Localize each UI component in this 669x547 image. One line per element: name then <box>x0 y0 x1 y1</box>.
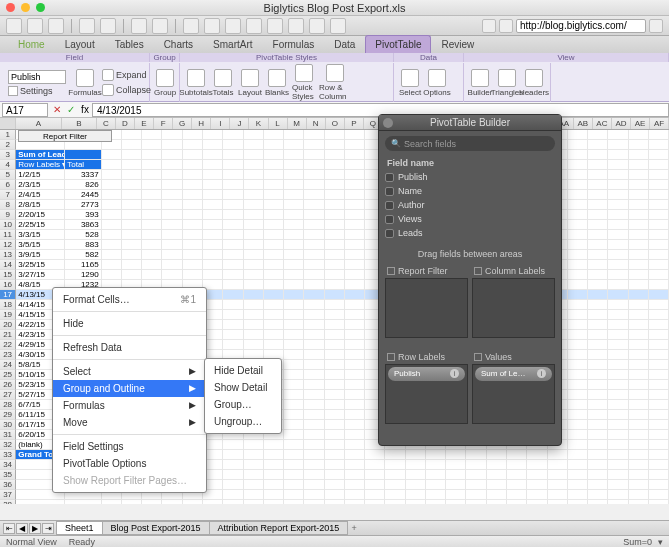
sheet-nav-prev[interactable]: ◀ <box>16 523 28 534</box>
grid-row[interactable]: 72/4/152445 <box>0 190 669 200</box>
checkbox-icon[interactable] <box>385 173 394 182</box>
col-header[interactable]: K <box>249 118 268 129</box>
ptbuilder-header[interactable]: PivotTable Builder <box>379 115 561 131</box>
grid-row[interactable]: 3Sum of Leads <box>0 150 669 160</box>
ctx-hide[interactable]: Hide <box>53 315 206 332</box>
grid-row[interactable]: 82/8/152773 <box>0 200 669 210</box>
col-header[interactable]: L <box>269 118 288 129</box>
go-icon[interactable] <box>649 19 663 33</box>
area-values[interactable]: Sum of Le…i <box>472 364 555 424</box>
ctx-formulas[interactable]: Formulas▶ <box>53 397 206 414</box>
tab-data[interactable]: Data <box>324 35 365 53</box>
formulas-button[interactable]: Formulas <box>73 69 97 97</box>
tab-home[interactable]: Home <box>8 35 55 53</box>
field-settings-button[interactable]: Settings <box>8 86 66 96</box>
cancel-icon[interactable]: ✕ <box>50 104 64 115</box>
sort-asc-icon[interactable] <box>246 18 262 34</box>
grid-row[interactable]: 113/3/15528 <box>0 230 669 240</box>
add-sheet-button[interactable]: + <box>348 523 360 533</box>
paint-icon[interactable] <box>204 18 220 34</box>
col-header[interactable]: C <box>97 118 116 129</box>
sheet-tab-blog-export[interactable]: Blog Post Export-2015 <box>102 521 210 535</box>
expand-button[interactable]: Expand <box>100 68 153 82</box>
col-header[interactable]: N <box>307 118 326 129</box>
tab-charts[interactable]: Charts <box>154 35 203 53</box>
grid-row[interactable]: 143/25/151165 <box>0 260 669 270</box>
builder-button[interactable]: Builder <box>468 69 492 97</box>
status-dropdown-icon[interactable]: ▾ <box>658 537 663 547</box>
grid-row[interactable]: 51/2/153337 <box>0 170 669 180</box>
ptbuilder-search[interactable]: Search fields <box>385 136 555 151</box>
pivottable-builder-panel[interactable]: PivotTable Builder Search fields Field n… <box>378 114 562 446</box>
redo-icon[interactable] <box>152 18 168 34</box>
col-header[interactable] <box>0 118 16 129</box>
col-header[interactable]: D <box>116 118 135 129</box>
group-button[interactable]: Group <box>154 69 176 97</box>
col-header[interactable]: E <box>135 118 154 129</box>
tab-formulas[interactable]: Formulas <box>263 35 325 53</box>
grid-row[interactable]: 153/27/151290 <box>0 270 669 280</box>
info-icon[interactable]: i <box>450 369 459 378</box>
ctx-group-outline[interactable]: Group and Outline▶ <box>53 380 206 397</box>
zoom-icon[interactable] <box>183 18 199 34</box>
name-box[interactable]: A17 <box>2 103 48 117</box>
tab-pivottable[interactable]: PivotTable <box>365 35 431 53</box>
sheet-tab-attribution[interactable]: Attribution Report Export-2015 <box>209 521 349 535</box>
ctx-move[interactable]: Move▶ <box>53 414 206 431</box>
ptbuilder-field[interactable]: Views <box>385 212 555 226</box>
active-field-dropdown[interactable]: Publish <box>8 70 66 84</box>
col-header[interactable]: AB <box>574 118 593 129</box>
tab-tables[interactable]: Tables <box>105 35 154 53</box>
col-header[interactable]: B <box>62 118 97 129</box>
sub-show-detail[interactable]: Show Detail <box>205 379 281 396</box>
select-button[interactable]: Select <box>398 69 422 97</box>
new-icon[interactable] <box>6 18 22 34</box>
options-button[interactable]: Options <box>425 69 449 97</box>
open-icon[interactable] <box>27 18 43 34</box>
col-header[interactable]: F <box>154 118 173 129</box>
grid-row[interactable]: 62/3/15826 <box>0 180 669 190</box>
sort-desc-icon[interactable] <box>267 18 283 34</box>
checkbox-icon[interactable] <box>385 215 394 224</box>
row-tag-publish[interactable]: Publishi <box>388 367 465 381</box>
collapse-button[interactable]: Collapse <box>100 83 153 97</box>
triangles-button[interactable]: Triangles <box>495 69 519 97</box>
grid-row[interactable]: 92/20/15393 <box>0 210 669 220</box>
toolbox-icon[interactable] <box>330 18 346 34</box>
sheet-nav-first[interactable]: ⇤ <box>3 523 15 534</box>
grid-row[interactable]: 38 <box>0 500 669 504</box>
filter-icon[interactable] <box>288 18 304 34</box>
col-header[interactable]: M <box>288 118 307 129</box>
col-header[interactable]: AD <box>612 118 631 129</box>
value-tag-sum[interactable]: Sum of Le…i <box>475 367 552 381</box>
ptbuilder-field[interactable]: Author <box>385 198 555 212</box>
ctx-pt-options[interactable]: PivotTable Options <box>53 455 206 472</box>
tab-review[interactable]: Review <box>431 35 484 53</box>
subtotals-button[interactable]: Subtotals <box>184 69 208 97</box>
tab-smartart[interactable]: SmartArt <box>203 35 262 53</box>
cut-icon[interactable] <box>100 18 116 34</box>
row-column-button[interactable]: Row & Column <box>319 64 351 101</box>
ptbuilder-field[interactable]: Leads <box>385 226 555 240</box>
refresh-icon[interactable] <box>482 19 496 33</box>
blanks-button[interactable]: Blanks <box>265 69 289 97</box>
home-icon[interactable] <box>499 19 513 33</box>
quick-styles-button[interactable]: Quick Styles <box>292 64 316 101</box>
col-header[interactable]: J <box>230 118 249 129</box>
ptbuilder-field[interactable]: Name <box>385 184 555 198</box>
col-header[interactable]: G <box>173 118 192 129</box>
area-column-labels[interactable] <box>472 278 555 338</box>
ctx-select[interactable]: Select▶ <box>53 363 206 380</box>
print-icon[interactable] <box>79 18 95 34</box>
help-icon[interactable] <box>309 18 325 34</box>
col-header[interactable]: H <box>192 118 211 129</box>
col-header[interactable]: AC <box>593 118 612 129</box>
status-view[interactable]: Normal View <box>6 537 57 547</box>
area-row-labels[interactable]: Publishi <box>385 364 468 424</box>
grid-row[interactable]: 4Row Labels ▾Total <box>0 160 669 170</box>
col-header[interactable]: P <box>345 118 364 129</box>
sub-hide-detail[interactable]: Hide Detail <box>205 362 281 379</box>
sheet-nav-next[interactable]: ▶ <box>29 523 41 534</box>
col-header[interactable]: I <box>211 118 230 129</box>
fx-icon[interactable]: fx <box>78 104 92 115</box>
